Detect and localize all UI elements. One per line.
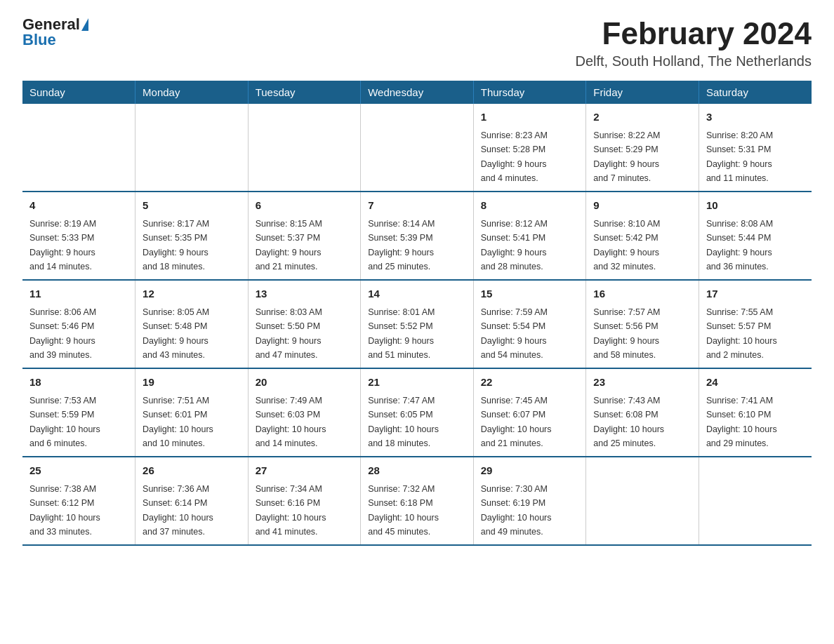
calendar-cell: 7Sunrise: 8:14 AM Sunset: 5:39 PM Daylig… — [361, 192, 474, 280]
calendar-cell: 15Sunrise: 7:59 AM Sunset: 5:54 PM Dayli… — [473, 280, 586, 368]
day-number: 29 — [481, 463, 579, 479]
calendar-cell: 24Sunrise: 7:41 AM Sunset: 6:10 PM Dayli… — [699, 368, 812, 457]
calendar-cell: 5Sunrise: 8:17 AM Sunset: 5:35 PM Daylig… — [135, 192, 249, 280]
calendar-cell — [135, 104, 249, 192]
calendar-cell: 29Sunrise: 7:30 AM Sunset: 6:19 PM Dayli… — [473, 457, 586, 545]
day-number: 5 — [143, 198, 241, 214]
day-info: Sunrise: 7:36 AM Sunset: 6:14 PM Dayligh… — [143, 484, 213, 537]
day-info: Sunrise: 7:59 AM Sunset: 5:54 PM Dayligh… — [481, 307, 548, 360]
day-info: Sunrise: 8:15 AM Sunset: 5:37 PM Dayligh… — [256, 219, 322, 271]
calendar-week-row: 4Sunrise: 8:19 AM Sunset: 5:33 PM Daylig… — [22, 192, 812, 280]
calendar-week-row: 1Sunrise: 8:23 AM Sunset: 5:28 PM Daylig… — [22, 104, 812, 192]
logo-triangle-icon — [81, 18, 88, 31]
calendar-cell: 26Sunrise: 7:36 AM Sunset: 6:14 PM Dayli… — [135, 457, 249, 545]
day-number: 1 — [481, 109, 579, 126]
calendar-cell: 19Sunrise: 7:51 AM Sunset: 6:01 PM Dayli… — [135, 368, 249, 457]
day-info: Sunrise: 7:53 AM Sunset: 5:59 PM Dayligh… — [29, 396, 100, 448]
day-number: 25 — [29, 463, 128, 479]
header-day-tuesday: Tuesday — [248, 81, 361, 104]
subtitle: Delft, South Holland, The Netherlands — [576, 53, 812, 69]
day-number: 26 — [143, 463, 241, 479]
calendar-cell — [699, 457, 812, 545]
calendar-cell: 23Sunrise: 7:43 AM Sunset: 6:08 PM Dayli… — [586, 368, 699, 457]
header-day-thursday: Thursday — [473, 81, 586, 104]
calendar-cell: 12Sunrise: 8:05 AM Sunset: 5:48 PM Dayli… — [135, 280, 249, 368]
calendar-cell: 11Sunrise: 8:06 AM Sunset: 5:46 PM Dayli… — [22, 280, 135, 368]
day-number: 14 — [368, 286, 466, 302]
day-number: 22 — [481, 375, 579, 391]
day-info: Sunrise: 8:17 AM Sunset: 5:35 PM Dayligh… — [143, 219, 209, 271]
day-info: Sunrise: 8:01 AM Sunset: 5:52 PM Dayligh… — [368, 307, 435, 360]
calendar-cell: 8Sunrise: 8:12 AM Sunset: 5:41 PM Daylig… — [473, 192, 586, 280]
day-info: Sunrise: 8:23 AM Sunset: 5:28 PM Dayligh… — [481, 130, 548, 183]
day-info: Sunrise: 7:45 AM Sunset: 6:07 PM Dayligh… — [481, 396, 552, 448]
day-number: 8 — [481, 198, 579, 214]
header-day-saturday: Saturday — [699, 81, 812, 104]
day-info: Sunrise: 8:12 AM Sunset: 5:41 PM Dayligh… — [481, 219, 548, 271]
calendar-cell: 17Sunrise: 7:55 AM Sunset: 5:57 PM Dayli… — [699, 280, 812, 368]
day-info: Sunrise: 7:57 AM Sunset: 5:56 PM Dayligh… — [593, 307, 660, 360]
day-info: Sunrise: 7:51 AM Sunset: 6:01 PM Dayligh… — [143, 396, 213, 448]
logo-blue-text: Blue — [22, 32, 56, 48]
calendar-header-row: SundayMondayTuesdayWednesdayThursdayFrid… — [22, 81, 812, 104]
day-info: Sunrise: 7:34 AM Sunset: 6:16 PM Dayligh… — [256, 484, 326, 537]
calendar-week-row: 11Sunrise: 8:06 AM Sunset: 5:46 PM Dayli… — [22, 280, 812, 368]
day-info: Sunrise: 8:19 AM Sunset: 5:33 PM Dayligh… — [29, 219, 96, 271]
day-number: 20 — [256, 375, 354, 391]
title-area: February 2024 Delft, South Holland, The … — [576, 17, 812, 69]
logo: General Blue — [22, 17, 88, 48]
day-number: 11 — [29, 286, 128, 302]
day-number: 21 — [368, 375, 466, 391]
calendar-cell — [248, 104, 361, 192]
day-number: 13 — [256, 286, 354, 302]
day-info: Sunrise: 7:41 AM Sunset: 6:10 PM Dayligh… — [706, 396, 777, 448]
calendar-cell — [586, 457, 699, 545]
calendar-cell: 6Sunrise: 8:15 AM Sunset: 5:37 PM Daylig… — [248, 192, 361, 280]
calendar-cell: 10Sunrise: 8:08 AM Sunset: 5:44 PM Dayli… — [699, 192, 812, 280]
day-info: Sunrise: 8:08 AM Sunset: 5:44 PM Dayligh… — [706, 219, 773, 271]
day-info: Sunrise: 7:55 AM Sunset: 5:57 PM Dayligh… — [706, 307, 777, 360]
day-info: Sunrise: 8:14 AM Sunset: 5:39 PM Dayligh… — [368, 219, 435, 271]
day-number: 17 — [706, 286, 805, 302]
day-number: 12 — [143, 286, 241, 302]
header: General Blue February 2024 Delft, South … — [22, 17, 812, 69]
day-info: Sunrise: 7:30 AM Sunset: 6:19 PM Dayligh… — [481, 484, 552, 537]
header-day-monday: Monday — [135, 81, 249, 104]
day-info: Sunrise: 7:38 AM Sunset: 6:12 PM Dayligh… — [29, 484, 100, 537]
day-number: 4 — [29, 198, 128, 214]
day-info: Sunrise: 8:20 AM Sunset: 5:31 PM Dayligh… — [706, 130, 773, 183]
calendar-cell: 21Sunrise: 7:47 AM Sunset: 6:05 PM Dayli… — [361, 368, 474, 457]
logo-general-text: General — [22, 17, 80, 32]
day-number: 27 — [256, 463, 354, 479]
calendar-cell: 3Sunrise: 8:20 AM Sunset: 5:31 PM Daylig… — [699, 104, 812, 192]
header-day-wednesday: Wednesday — [361, 81, 474, 104]
day-number: 7 — [368, 198, 466, 214]
calendar-cell: 4Sunrise: 8:19 AM Sunset: 5:33 PM Daylig… — [22, 192, 135, 280]
day-number: 19 — [143, 375, 241, 391]
day-number: 16 — [593, 286, 691, 302]
day-number: 28 — [368, 463, 466, 479]
calendar-cell: 9Sunrise: 8:10 AM Sunset: 5:42 PM Daylig… — [586, 192, 699, 280]
calendar-cell: 14Sunrise: 8:01 AM Sunset: 5:52 PM Dayli… — [361, 280, 474, 368]
day-number: 6 — [256, 198, 354, 214]
calendar-cell: 22Sunrise: 7:45 AM Sunset: 6:07 PM Dayli… — [473, 368, 586, 457]
day-number: 10 — [706, 198, 805, 214]
day-number: 2 — [593, 109, 691, 126]
day-info: Sunrise: 8:05 AM Sunset: 5:48 PM Dayligh… — [143, 307, 209, 360]
header-day-sunday: Sunday — [22, 81, 135, 104]
day-info: Sunrise: 7:47 AM Sunset: 6:05 PM Dayligh… — [368, 396, 439, 448]
day-info: Sunrise: 8:03 AM Sunset: 5:50 PM Dayligh… — [256, 307, 322, 360]
day-info: Sunrise: 7:49 AM Sunset: 6:03 PM Dayligh… — [256, 396, 326, 448]
calendar-cell: 25Sunrise: 7:38 AM Sunset: 6:12 PM Dayli… — [22, 457, 135, 545]
day-number: 3 — [706, 109, 805, 126]
calendar-cell — [361, 104, 474, 192]
calendar-week-row: 25Sunrise: 7:38 AM Sunset: 6:12 PM Dayli… — [22, 457, 812, 545]
calendar-cell: 28Sunrise: 7:32 AM Sunset: 6:18 PM Dayli… — [361, 457, 474, 545]
calendar-cell: 2Sunrise: 8:22 AM Sunset: 5:29 PM Daylig… — [586, 104, 699, 192]
calendar-cell: 13Sunrise: 8:03 AM Sunset: 5:50 PM Dayli… — [248, 280, 361, 368]
day-info: Sunrise: 7:32 AM Sunset: 6:18 PM Dayligh… — [368, 484, 439, 537]
day-number: 18 — [29, 375, 128, 391]
calendar-table: SundayMondayTuesdayWednesdayThursdayFrid… — [22, 81, 812, 546]
day-info: Sunrise: 8:10 AM Sunset: 5:42 PM Dayligh… — [593, 219, 660, 271]
day-info: Sunrise: 8:22 AM Sunset: 5:29 PM Dayligh… — [593, 130, 660, 183]
